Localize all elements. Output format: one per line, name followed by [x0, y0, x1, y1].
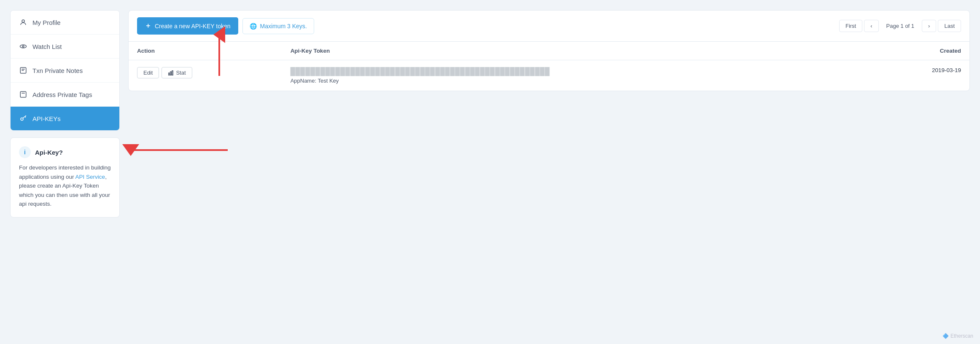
svg-point-0 [22, 20, 24, 22]
svg-rect-12 [169, 73, 170, 75]
svg-rect-14 [172, 70, 173, 75]
next-page-button[interactable]: › [922, 20, 936, 32]
sidebar-label-watch-list: Watch List [32, 43, 62, 50]
plus-icon: ＋ [145, 22, 151, 30]
api-keys-table-wrapper: Action Api-Key Token Created Edit Stat █… [129, 42, 969, 91]
svg-line-10 [25, 116, 26, 116]
toolbar: ＋ Create a new API-KEY token 🌐 Maximum 3… [129, 11, 969, 42]
globe-icon: 🌐 [250, 23, 257, 30]
api-key-token-value: ████████████████████████████████████████… [291, 67, 863, 76]
info-card-body: For developers interested in building ap… [19, 163, 111, 209]
col-action: Action [129, 42, 282, 60]
prev-page-button[interactable]: ‹ [864, 20, 878, 32]
sidebar-item-api-keys[interactable]: API-KEYs [11, 107, 119, 130]
watermark: 🔷 Etherscan [942, 333, 973, 339]
create-api-key-button[interactable]: ＋ Create a new API-KEY token [137, 17, 238, 35]
created-cell: 2019-03-19 [871, 60, 969, 91]
info-icon: i [19, 146, 31, 158]
max-keys-button[interactable]: 🌐 Maximum 3 Keys. [242, 18, 314, 34]
sidebar-label-my-profile: My Profile [32, 19, 61, 26]
action-buttons: Edit Stat [137, 67, 274, 78]
sidebar-label-txn-private-notes: Txn Private Notes [32, 67, 83, 74]
svg-line-11 [25, 117, 26, 118]
key-icon [19, 114, 27, 123]
api-service-link[interactable]: API Service [75, 174, 105, 180]
note-icon [19, 66, 27, 75]
bar-chart-icon [168, 70, 174, 76]
sidebar-item-my-profile[interactable]: My Profile [11, 11, 119, 35]
edit-button[interactable]: Edit [137, 67, 159, 78]
eye-icon [19, 42, 27, 51]
table-row: Edit Stat ██████████████████████████████… [129, 60, 969, 91]
first-page-button[interactable]: First [839, 20, 862, 32]
tag-icon [19, 90, 27, 99]
pagination: First ‹ Page 1 of 1 › Last [839, 20, 961, 32]
svg-rect-6 [20, 91, 26, 97]
api-keys-card: ＋ Create a new API-KEY token 🌐 Maximum 3… [128, 10, 970, 91]
col-api-key-token: Api-Key Token [282, 42, 872, 60]
info-card-title: Api-Key? [35, 149, 63, 156]
sidebar-label-api-keys: API-KEYs [32, 115, 61, 122]
sidebar-item-txn-private-notes[interactable]: Txn Private Notes [11, 59, 119, 83]
last-page-button[interactable]: Last [938, 20, 961, 32]
page-info: Page 1 of 1 [880, 20, 921, 32]
token-cell: ████████████████████████████████████████… [282, 60, 872, 91]
svg-rect-13 [170, 72, 171, 75]
sidebar-label-address-private-tags: Address Private Tags [32, 91, 92, 98]
sidebar-item-watch-list[interactable]: Watch List [11, 35, 119, 59]
create-btn-label: Create a new API-KEY token [155, 23, 231, 30]
sidebar: My Profile Watch List Txn Private Notes [10, 10, 120, 218]
svg-point-2 [22, 46, 24, 47]
toolbar-left: ＋ Create a new API-KEY token 🌐 Maximum 3… [137, 17, 314, 35]
info-card: i Api-Key? For developers interested in … [10, 137, 120, 218]
col-created: Created [871, 42, 969, 60]
sidebar-nav-card: My Profile Watch List Txn Private Notes [10, 10, 120, 131]
user-icon [19, 18, 27, 27]
stat-button[interactable]: Stat [162, 67, 192, 78]
api-keys-table: Action Api-Key Token Created Edit Stat █… [129, 42, 969, 91]
main-content: ＋ Create a new API-KEY token 🌐 Maximum 3… [128, 10, 970, 91]
svg-point-8 [21, 118, 23, 121]
info-card-header: i Api-Key? [19, 146, 111, 158]
sidebar-item-address-private-tags[interactable]: Address Private Tags [11, 83, 119, 107]
max-keys-label: Maximum 3 Keys. [260, 23, 307, 30]
action-cell: Edit Stat [129, 60, 282, 91]
api-key-appname: AppName: Test Key [291, 78, 339, 84]
